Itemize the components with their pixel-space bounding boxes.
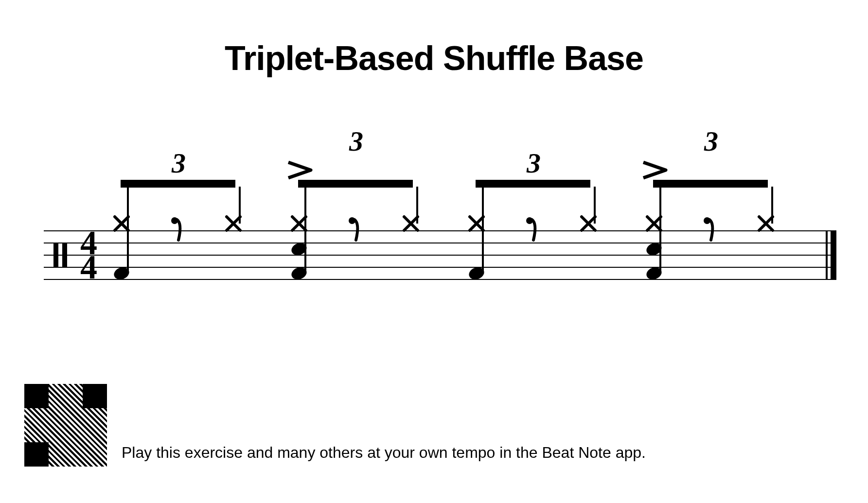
accent-icon (288, 162, 311, 178)
page: Triplet-Based Shuffle Base 443333 Play t… (0, 0, 868, 503)
eighth-rest-icon (349, 217, 357, 240)
tuplet-number: 3 (349, 125, 363, 157)
svg-rect-8 (831, 231, 836, 279)
beam (476, 180, 590, 188)
footer: Play this exercise and many others at yo… (24, 384, 646, 467)
accent-icon (643, 162, 666, 178)
drum-staff: 443333 (44, 117, 836, 311)
staff-svg: 443333 (44, 117, 836, 311)
beam (653, 180, 768, 188)
tuplet-number: 3 (526, 147, 541, 179)
page-title: Triplet-Based Shuffle Base (0, 39, 868, 78)
svg-rect-6 (62, 243, 67, 267)
qr-code (24, 384, 107, 467)
eighth-rest-icon (526, 217, 535, 240)
tuplet-number: 3 (704, 125, 718, 157)
tuplet-number: 3 (171, 147, 186, 179)
beam (121, 180, 235, 188)
beam (298, 180, 413, 188)
eighth-rest-icon (171, 217, 180, 240)
svg-rect-5 (53, 243, 58, 267)
time-sig-bottom: 4 (80, 248, 97, 286)
eighth-rest-icon (704, 217, 712, 240)
svg-rect-7 (826, 231, 828, 279)
footer-text: Play this exercise and many others at yo… (122, 444, 646, 467)
